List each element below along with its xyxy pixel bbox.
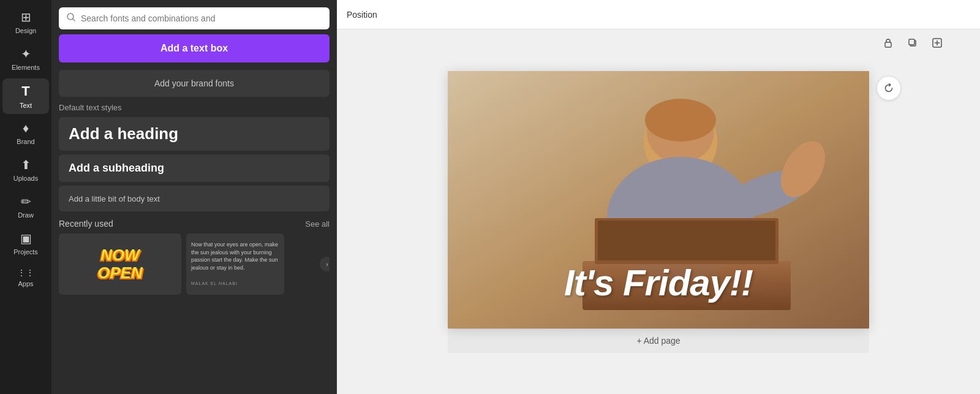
- brand-fonts-row[interactable]: Add your brand fonts: [59, 70, 330, 97]
- sidebar-item-draw[interactable]: ✏ Draw: [2, 189, 49, 224]
- next-arrow-button[interactable]: ›: [320, 257, 330, 271]
- svg-line-1: [73, 19, 75, 21]
- sidebar-item-design[interactable]: ⊞ Design: [2, 5, 49, 39]
- recently-used-label: Recently used: [59, 219, 113, 229]
- svg-rect-4: [909, 39, 914, 45]
- lock-button[interactable]: [880, 34, 897, 51]
- recently-used-header: Recently used See all: [59, 219, 330, 229]
- canvas-frame[interactable]: It's Friday!!: [448, 71, 869, 328]
- add-icon: [932, 37, 943, 48]
- default-text-styles-label: Default text styles: [59, 103, 330, 112]
- canvas-toolbar: [880, 34, 946, 51]
- top-bar: Position: [337, 0, 980, 29]
- sidebar-item-brand[interactable]: ♦ Brand: [2, 116, 49, 150]
- icon-sidebar: ⊞ Design ✦ Elements T Text ♦ Brand ⬆ Upl…: [0, 0, 51, 394]
- sidebar-item-label: Draw: [18, 211, 34, 219]
- canvas-area: It's Friday!! + Add page: [337, 29, 980, 394]
- recently-item-text-content: Now that your eyes are open, make the su…: [186, 236, 284, 292]
- top-bar-title: Position: [347, 10, 377, 20]
- svg-rect-2: [885, 42, 891, 47]
- sidebar-item-apps[interactable]: ⋮⋮ Apps: [2, 263, 49, 292]
- refresh-button[interactable]: [876, 76, 901, 100]
- subheading-label: Add a subheading: [69, 162, 164, 174]
- sidebar-item-projects[interactable]: ▣ Projects: [2, 226, 49, 260]
- search-bar: [59, 7, 330, 29]
- heading-style-item[interactable]: Add a heading: [59, 117, 330, 151]
- recently-item-quote[interactable]: Now that your eyes are open, make the su…: [186, 233, 284, 295]
- sidebar-item-label: Text: [20, 102, 32, 109]
- sidebar-item-label: Apps: [18, 280, 33, 287]
- draw-icon: ✏: [21, 194, 31, 209]
- text-icon: T: [21, 83, 29, 99]
- subheading-style-item[interactable]: Add a subheading: [59, 154, 330, 182]
- panel-scroll-area[interactable]: Add your brand fonts Default text styles…: [51, 70, 337, 394]
- add-page-bar[interactable]: + Add page: [448, 328, 869, 353]
- recently-item-now-open[interactable]: NOWOPEN: [59, 233, 181, 295]
- sidebar-item-text[interactable]: T Text: [2, 78, 49, 114]
- add-button[interactable]: [929, 34, 946, 51]
- sidebar-item-label: Uploads: [13, 175, 38, 182]
- sidebar-item-label: Elements: [12, 64, 40, 71]
- elements-icon: ✦: [21, 47, 31, 61]
- apps-icon: ⋮⋮: [17, 268, 34, 278]
- brand-icon: ♦: [23, 121, 29, 135]
- text-panel: Add a text box Add your brand fonts Defa…: [51, 0, 337, 394]
- lock-icon: [883, 37, 894, 48]
- sidebar-item-label: Brand: [17, 138, 34, 145]
- search-input[interactable]: [81, 13, 322, 23]
- design-icon: ⊞: [21, 10, 31, 25]
- recently-used-items: NOWOPEN Now that your eyes are open, mak…: [59, 233, 330, 295]
- svg-rect-17: [598, 221, 775, 260]
- duplicate-button[interactable]: [904, 34, 921, 51]
- add-text-box-button[interactable]: Add a text box: [59, 34, 330, 63]
- main-area: Position: [337, 0, 980, 394]
- refresh-icon: [883, 83, 894, 94]
- body-style-item[interactable]: Add a little bit of body text: [59, 186, 330, 211]
- sidebar-item-label: Design: [15, 27, 36, 34]
- projects-icon: ▣: [20, 231, 32, 246]
- search-icon: [66, 12, 76, 25]
- svg-point-11: [645, 99, 716, 142]
- heading-label: Add a heading: [69, 124, 178, 143]
- sidebar-item-elements[interactable]: ✦ Elements: [2, 42, 49, 76]
- uploads-icon: ⬆: [21, 157, 31, 172]
- canvas-overlay-text[interactable]: It's Friday!!: [564, 262, 753, 304]
- body-label: Add a little bit of body text: [69, 194, 160, 203]
- canvas-wrapper: It's Friday!! + Add page: [448, 71, 869, 353]
- duplicate-icon: [907, 37, 918, 48]
- sidebar-item-uploads[interactable]: ⬆ Uploads: [2, 153, 49, 187]
- now-open-text: NOWOPEN: [97, 246, 143, 281]
- sidebar-item-label: Projects: [13, 248, 38, 256]
- see-all-link[interactable]: See all: [305, 219, 330, 229]
